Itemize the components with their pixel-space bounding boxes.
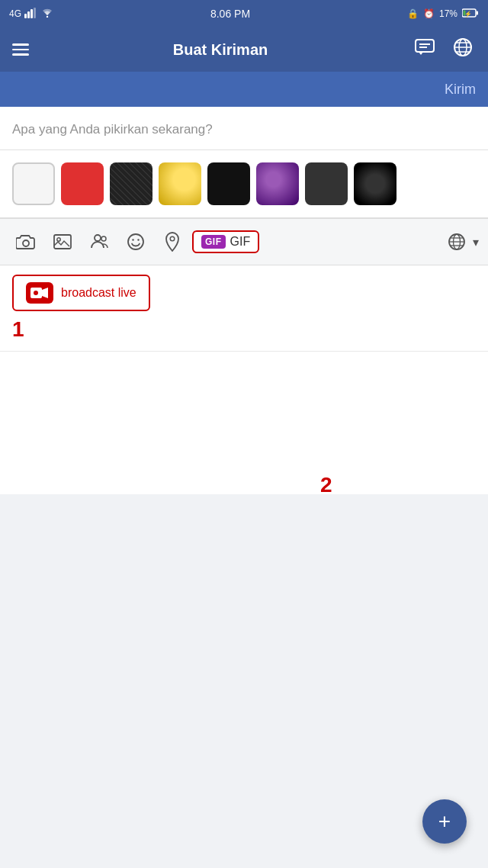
kirim-bar: Kirim (0, 72, 488, 107)
post-placeholder: Apa yang Anda pikirkan sekarang? (12, 122, 213, 137)
svg-rect-6 (477, 11, 479, 14)
svg-point-4 (47, 15, 48, 17)
hamburger-menu[interactable] (12, 43, 29, 56)
svg-point-18 (23, 240, 29, 246)
gif-button[interactable]: GIF GIF (192, 230, 259, 253)
svg-point-22 (101, 236, 106, 241)
location-icon[interactable] (156, 225, 189, 259)
broadcast-section: broadcast live 1 (0, 265, 488, 352)
label-one: 1 (12, 317, 476, 342)
battery-percent: 17% (439, 8, 458, 19)
toolbar-chevron-down[interactable]: ▾ (473, 235, 479, 249)
bg-swatch-dark-texture[interactable] (110, 162, 152, 205)
bg-swatch-black[interactable] (207, 162, 250, 205)
svg-text:⚡: ⚡ (464, 10, 472, 18)
main-content: Apa yang Anda pikirkan sekarang? (0, 107, 488, 494)
svg-point-21 (95, 235, 101, 241)
status-signal: 4G (9, 8, 53, 21)
fab-button[interactable]: + (422, 799, 467, 844)
status-time: 8.06 PM (210, 8, 250, 20)
svg-marker-12 (419, 52, 423, 55)
svg-point-24 (132, 239, 133, 240)
bg-swatch-white[interactable] (12, 162, 55, 205)
svg-point-20 (57, 238, 60, 241)
status-bar: 4G 8.06 PM 🔒 ⏰ 17% (0, 0, 488, 27)
status-right-icons: 🔒 ⏰ 17% ⚡ (407, 8, 479, 20)
svg-rect-19 (54, 235, 71, 249)
svg-rect-35 (34, 291, 37, 294)
svg-rect-2 (30, 9, 33, 18)
privacy-globe-icon[interactable] (442, 227, 471, 256)
lock-icon: 🔒 (407, 8, 419, 19)
broadcast-live-label: broadcast live (61, 286, 136, 300)
app-bar-actions (412, 34, 476, 65)
broadcast-video-icon (26, 282, 53, 304)
svg-marker-33 (42, 288, 48, 298)
signal-text: 4G (9, 8, 21, 19)
camera-icon[interactable] (9, 225, 43, 259)
app-bar-title: Buat Kiriman (173, 41, 268, 59)
svg-rect-0 (24, 14, 27, 18)
tag-person-icon[interactable] (82, 225, 116, 259)
bg-swatch-red[interactable] (61, 162, 104, 205)
content-area: broadcast live 1 (0, 265, 488, 494)
svg-point-23 (128, 234, 143, 249)
bg-swatch-purple[interactable] (256, 162, 299, 205)
bg-swatch-dark-circle[interactable] (354, 162, 396, 205)
battery-icon: ⚡ (462, 8, 479, 20)
signal-bars (24, 8, 38, 21)
chat-button[interactable] (412, 36, 438, 63)
label-two: 2 (320, 473, 332, 497)
svg-rect-1 (27, 11, 30, 18)
alarm-icon: ⏰ (423, 8, 435, 19)
bg-swatch-yellow[interactable] (159, 162, 201, 205)
photo-icon[interactable] (46, 225, 79, 259)
svg-rect-3 (34, 8, 36, 18)
toolbar-more: ▾ (442, 227, 479, 256)
kirim-button[interactable]: Kirim (445, 82, 476, 98)
svg-point-25 (137, 239, 139, 240)
emoji-icon[interactable] (119, 225, 152, 259)
globe-button[interactable] (450, 34, 476, 65)
post-toolbar: GIF GIF ▾ (0, 218, 488, 265)
bg-swatch-dark-gray[interactable] (305, 162, 348, 205)
wifi-icon (41, 8, 53, 20)
post-input-area[interactable]: Apa yang Anda pikirkan sekarang? (0, 107, 488, 150)
broadcast-live-button[interactable]: broadcast live (12, 275, 150, 311)
svg-rect-9 (416, 40, 434, 52)
svg-point-26 (170, 236, 175, 241)
background-selector (0, 150, 488, 218)
app-bar: Buat Kiriman (0, 27, 488, 72)
gif-label: GIF (230, 235, 251, 249)
gif-badge: GIF (201, 235, 226, 249)
fab-plus-icon: + (438, 809, 451, 834)
